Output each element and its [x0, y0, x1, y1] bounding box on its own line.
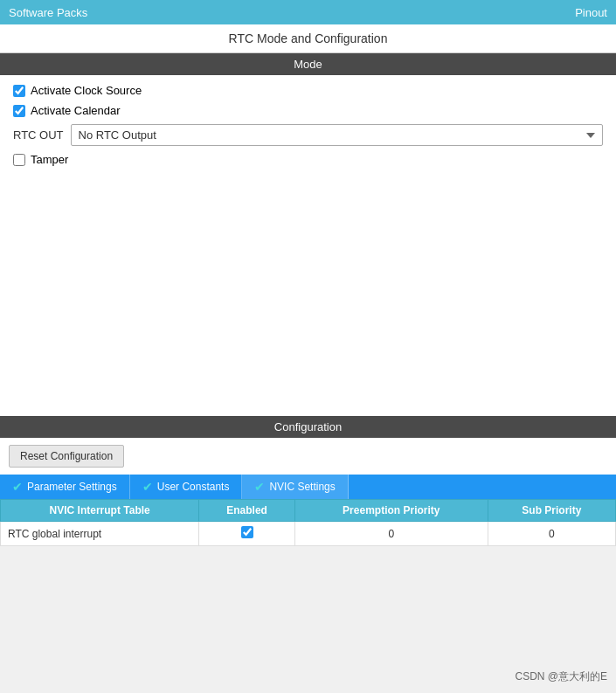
rtc-out-row: RTC OUT No RTC Output RTC_AF1 RTC_AF2	[13, 124, 603, 146]
top-bar-left: Software Packs	[9, 6, 87, 19]
reset-config-area: Reset Configuration	[0, 438, 616, 475]
tab-parameter-settings[interactable]: ✔ Parameter Settings	[0, 475, 130, 499]
nvic-interrupt-table: NVIC Interrupt Table Enabled Preemption …	[0, 499, 616, 546]
activate-clock-source-checkbox[interactable]	[13, 85, 25, 97]
top-bar-right: Pinout	[575, 6, 607, 19]
configuration-section: Reset Configuration ✔ Parameter Settings…	[0, 438, 616, 546]
activate-calendar-row: Activate Calendar	[13, 104, 603, 117]
tab-nvic-settings[interactable]: ✔ NVIC Settings	[242, 475, 348, 499]
activate-clock-source-row: Activate Clock Source	[13, 84, 603, 97]
tab-user-constants[interactable]: ✔ User Constants	[130, 475, 243, 499]
col-enabled: Enabled	[199, 500, 295, 522]
cell-interrupt-name: RTC global interrupt	[1, 522, 199, 546]
activate-calendar-checkbox[interactable]	[13, 105, 25, 117]
tamper-label: Tamper	[31, 153, 68, 166]
tamper-checkbox[interactable]	[13, 154, 25, 166]
reset-configuration-button[interactable]: Reset Configuration	[9, 445, 124, 468]
cell-sub-priority: 0	[488, 522, 615, 546]
rtc-out-label: RTC OUT	[13, 128, 64, 142]
tabs-row: ✔ Parameter Settings ✔ User Constants ✔ …	[0, 475, 616, 499]
table-row: RTC global interrupt 0 0	[1, 522, 616, 546]
tab-nvic-label: NVIC Settings	[269, 481, 335, 493]
activate-clock-source-label: Activate Clock Source	[31, 84, 142, 97]
tab-nvic-icon: ✔	[254, 480, 265, 494]
mode-section: Activate Clock Source Activate Calendar …	[0, 75, 616, 416]
tab-parameter-icon: ✔	[12, 480, 23, 494]
tamper-row: Tamper	[13, 153, 603, 166]
rtc-out-select[interactable]: No RTC Output RTC_AF1 RTC_AF2	[71, 124, 603, 146]
configuration-section-header: Configuration	[0, 416, 616, 438]
cell-enabled	[199, 522, 295, 546]
col-nvic-interrupt: NVIC Interrupt Table	[1, 500, 199, 522]
tab-parameter-label: Parameter Settings	[27, 481, 117, 493]
col-sub-priority: Sub Priority	[488, 500, 615, 522]
tab-user-constants-icon: ✔	[142, 480, 153, 494]
tab-user-constants-label: User Constants	[157, 481, 230, 493]
top-bar: Software Packs Pinout	[0, 0, 616, 24]
nvic-enabled-checkbox[interactable]	[241, 526, 253, 538]
mode-section-header: Mode	[0, 53, 616, 75]
watermark: CSDN @意大利的E	[515, 669, 607, 684]
cell-preemption-priority: 0	[294, 522, 488, 546]
main-title: RTC Mode and Configuration	[0, 24, 616, 53]
activate-calendar-label: Activate Calendar	[31, 104, 121, 117]
col-preemption-priority: Preemption Priority	[294, 500, 488, 522]
